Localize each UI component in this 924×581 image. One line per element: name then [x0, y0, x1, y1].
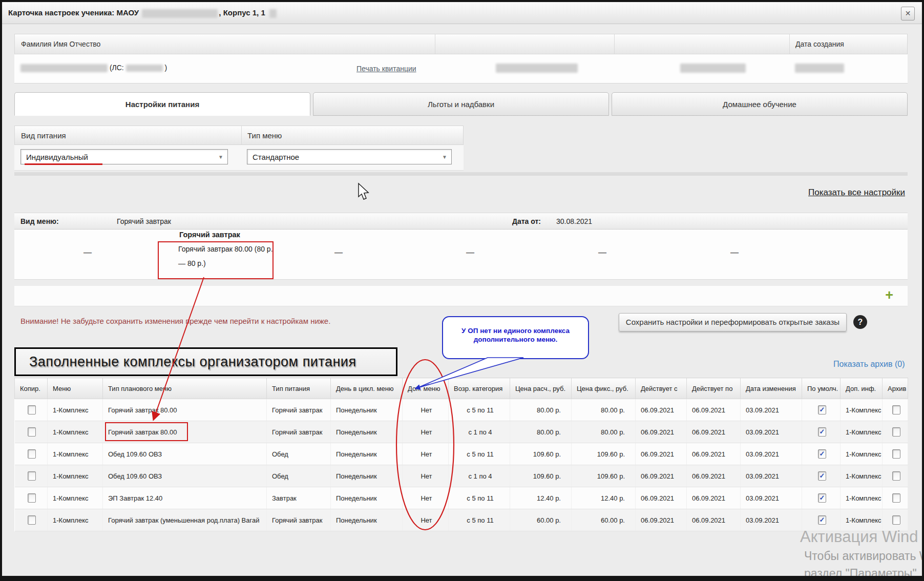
copy-checkbox[interactable] [28, 449, 36, 459]
archive-checkbox[interactable] [892, 515, 900, 525]
add-setting-row: + [14, 286, 908, 306]
cell-plan: Обед 109.60 ОВЗ [103, 465, 267, 487]
cell-price-fix: 12.40 р. [572, 487, 636, 509]
cell-price-calc: 80.00 р. [510, 421, 572, 443]
matrix-dash: — [334, 248, 343, 257]
close-icon[interactable]: ✕ [901, 7, 915, 20]
cell-price-calc: 80.00 р. [510, 399, 572, 421]
copy-checkbox[interactable] [28, 427, 36, 437]
default-checkbox-checked[interactable]: ✓ [818, 515, 826, 525]
col-cycle-day: День в цикл. меню [331, 378, 403, 399]
menu-matrix: — Горячий завтрак Горячий завтрак 80.00 … [14, 230, 908, 280]
column-divider [789, 34, 790, 54]
cell-plan: ЭП Завтрак 12.40 [103, 487, 267, 509]
cell-valid-to: 06.09.2021 [687, 487, 741, 509]
cell-day: Понедельник [331, 421, 403, 443]
matrix-dash: — [83, 248, 92, 257]
warning-text: Внимание! Не забудьте сохранить изменени… [20, 317, 330, 325]
redacted-class-letter [269, 9, 277, 18]
default-checkbox-checked[interactable]: ✓ [818, 471, 826, 481]
print-receipt-link[interactable]: Печать квитанции [356, 65, 416, 73]
cell-info: 1-Комплекс [841, 421, 883, 443]
archive-checkbox[interactable] [892, 449, 900, 459]
windows-activation-watermark-line3: раздел "Параметры" [804, 567, 917, 580]
cell-price-calc: 60.00 р. [510, 509, 572, 531]
cell-price-fix: 109.60 р. [572, 465, 636, 487]
cell-age: с 1 по 4 [449, 465, 510, 487]
col-archive: Архив [883, 378, 908, 399]
windows-activation-watermark-line2: Чтобы активировать W [804, 549, 924, 563]
cell-valid-to: 06.09.2021 [687, 399, 741, 421]
default-checkbox-checked[interactable]: ✓ [818, 493, 826, 503]
save-settings-button[interactable]: Сохранить настройки и переформировать от… [619, 313, 847, 331]
add-setting-icon[interactable]: + [885, 287, 893, 303]
col-extra-info: Доп. инф. [841, 378, 883, 399]
section-heading-box: Заполненные комплексы организатором пита… [14, 347, 397, 376]
cell-extra: Нет [403, 465, 449, 487]
check-icon: ✓ [818, 406, 826, 414]
cell-info: 1-Комплекс [841, 465, 883, 487]
copy-checkbox[interactable] [28, 493, 36, 503]
default-checkbox-checked[interactable]: ✓ [818, 405, 826, 414]
menu-view-strip: Вид меню: Горячий завтрак Дата от: 30.08… [14, 213, 908, 230]
archive-checkbox[interactable] [892, 427, 900, 437]
show-archive-link[interactable]: Показать архив (0) [833, 360, 905, 369]
window-title-suffix: , Корпус 1, 1 [219, 8, 265, 17]
table-row: 1-Комплекс Обед 109.60 ОВЗ Обед Понедель… [15, 443, 908, 465]
food-type-select[interactable]: Индивидуальный ▼ [20, 149, 228, 164]
cell-valid-from: 06.09.2021 [636, 443, 687, 465]
menu-type-label: Тип меню [247, 131, 282, 140]
col-price-fixed: Цена фикс., руб. [572, 378, 636, 399]
person-values-row: (ЛС: ) Печать квитанции [14, 54, 908, 84]
redacted-value-1 [496, 64, 578, 73]
default-checkbox-checked[interactable]: ✓ [818, 449, 826, 459]
archive-checkbox[interactable] [892, 405, 900, 414]
cell-valid-from: 06.09.2021 [636, 421, 687, 443]
filters-label-strip: Вид питания Тип меню [14, 126, 464, 145]
cell-menu: 1-Комплекс [48, 509, 103, 531]
cell-plan: Обед 109.60 ОВЗ [103, 443, 267, 465]
help-icon[interactable]: ? [853, 315, 867, 329]
cell-age: с 5 по 11 [449, 487, 510, 509]
section-divider [14, 172, 908, 176]
cell-extra: Нет [403, 487, 449, 509]
cell-day: Понедельник [331, 509, 403, 531]
cell-day: Понедельник [331, 399, 403, 421]
copy-checkbox[interactable] [28, 405, 36, 414]
tab-benefits[interactable]: Льготы и надбавки [313, 92, 609, 116]
window-title: Карточка настроек ученика: МАОУ , Корпус… [8, 2, 277, 24]
archive-checkbox[interactable] [892, 493, 900, 503]
default-checkbox-checked[interactable]: ✓ [818, 427, 826, 437]
cell-age: с 1 по 4 [449, 421, 510, 443]
menu-view-value: Горячий завтрак [117, 217, 171, 225]
archive-checkbox[interactable] [892, 471, 900, 481]
tab-food-settings[interactable]: Настройки питания [14, 92, 310, 116]
fio-column-label: Фамилия Имя Отчество [21, 40, 100, 48]
menu-type-select[interactable]: Стандартное ▼ [247, 149, 452, 164]
cell-type: Обед [267, 443, 331, 465]
cell-price-fix: 109.60 р. [572, 443, 636, 465]
cell-menu: 1-Комплекс [48, 399, 103, 421]
cell-valid-to: 06.09.2021 [687, 443, 741, 465]
check-icon: ✓ [818, 472, 826, 480]
redacted-student-name [20, 64, 108, 72]
copy-checkbox[interactable] [28, 515, 36, 525]
show-all-settings-link[interactable]: Показать все настройки [808, 188, 905, 198]
cell-info: 1-Комплекс [841, 399, 883, 421]
copy-checkbox[interactable] [28, 471, 36, 481]
col-modified: Дата изменения [741, 378, 802, 399]
tab-home-schooling[interactable]: Домашнее обучение [612, 92, 908, 116]
food-type-value: Индивидуальный [21, 150, 227, 161]
cell-price-calc: 109.60 р. [510, 465, 572, 487]
chevron-down-icon: ▼ [218, 154, 223, 160]
cell-menu: 1-Комплекс [48, 487, 103, 509]
col-default: По умолч. [802, 378, 841, 399]
cell-type: Горячий завтрак [267, 399, 331, 421]
filters-control-row: Индивидуальный ▼ Стандартное ▼ [14, 145, 464, 171]
table-row: 1-Комплекс Горячий завтрак (уменьшенная … [15, 509, 908, 531]
col-extra-menu: Доп. меню [403, 378, 449, 399]
menu-type-value: Стандартное [247, 150, 451, 161]
chevron-down-icon: ▼ [442, 154, 447, 160]
col-price-calc: Цена расч., руб. [510, 378, 572, 399]
table-header-row: Копир. Меню Тип планового меню Тип питан… [15, 378, 908, 399]
